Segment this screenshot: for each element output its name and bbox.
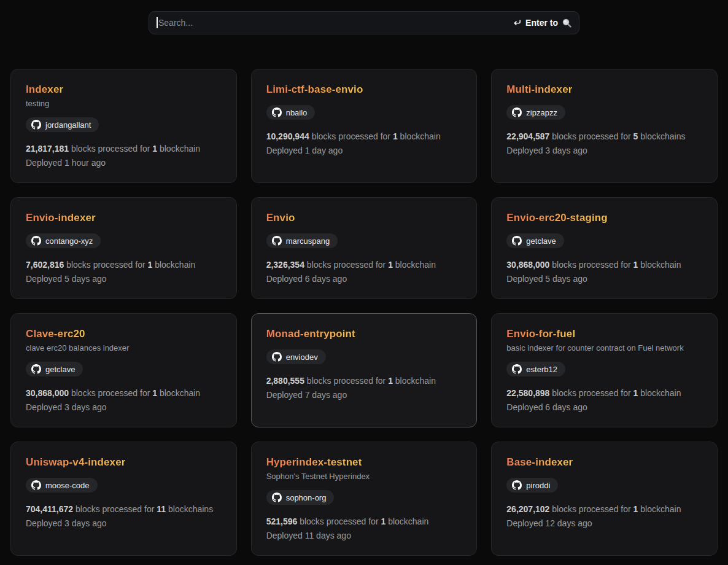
indexer-card[interactable]: Envio-erc20-staging getclave 30,868,000 …	[491, 197, 718, 299]
deployed-timestamp: Deployed 7 days ago	[266, 390, 462, 400]
chains-count: 1	[393, 131, 398, 141]
github-owner-badge[interactable]: esterb12	[506, 362, 565, 376]
github-owner-name: marcuspang	[286, 236, 330, 246]
blocks-stats: 2,326,354 blocks processed for 1 blockch…	[266, 260, 462, 270]
github-owner-name: jordangallant	[45, 120, 91, 130]
stats-text: blocks processed for	[71, 388, 150, 398]
chains-count: 1	[633, 260, 638, 270]
deployed-timestamp: Deployed 6 days ago	[506, 402, 702, 412]
stats-text: blocks processed for	[552, 504, 630, 514]
deployed-timestamp: Deployed 6 days ago	[266, 274, 462, 284]
github-owner-badge[interactable]: enviodev	[266, 349, 326, 364]
card-subtitle: testing	[26, 99, 222, 108]
github-owner-name: contango-xyz	[45, 236, 93, 246]
github-owner-name: getclave	[45, 365, 75, 374]
blocks-stats: 22,580,898 blocks processed for 1 blockc…	[506, 388, 702, 398]
search-input[interactable]	[149, 11, 579, 34]
blocks-stats: 30,868,000 blocks processed for 1 blockc…	[506, 260, 702, 270]
deployed-timestamp: Deployed 5 days ago	[506, 274, 702, 284]
card-title: Indexer	[26, 84, 63, 96]
blocks-count: 21,817,181	[26, 144, 69, 154]
blocks-count: 30,868,000	[506, 260, 549, 270]
cards-grid: Indexer testing jordangallant 21,817,181…	[10, 69, 718, 556]
deployed-timestamp: Deployed 12 days ago	[506, 518, 702, 528]
stats-suffix: blockchain	[160, 144, 200, 154]
indexer-card[interactable]: Base-indexer piroddi 26,207,102 blocks p…	[491, 442, 718, 556]
github-owner-badge[interactable]: piroddi	[506, 478, 558, 493]
stats-suffix: blockchain	[640, 388, 681, 398]
blocks-stats: 7,602,816 blocks processed for 1 blockch…	[26, 260, 222, 270]
chains-count: 1	[388, 376, 393, 386]
card-title: Multi-indexer	[506, 84, 572, 96]
github-icon	[272, 236, 282, 246]
card-subtitle: clave erc20 balances indexer	[26, 343, 222, 353]
github-icon	[512, 364, 522, 374]
stats-text: blocks processed for	[552, 260, 630, 270]
stats-suffix: blockchain	[400, 131, 441, 141]
github-owner-badge[interactable]: marcuspang	[266, 233, 338, 248]
blocks-stats: 521,596 blocks processed for 1 blockchai…	[266, 516, 462, 526]
blocks-count: 30,868,000	[26, 388, 69, 398]
github-icon	[272, 493, 282, 502]
indexer-card[interactable]: Limi-ctf-base-envio nbailo 10,290,944 bl…	[251, 69, 478, 183]
blocks-count: 26,207,102	[506, 504, 549, 514]
card-title: Envio-for-fuel	[506, 328, 575, 340]
card-subtitle: Sophon's Testnet Hyperindex	[266, 472, 462, 481]
github-owner-name: getclave	[526, 236, 556, 246]
card-title: Hyperindex-testnet	[266, 456, 362, 469]
stats-suffix: blockchains	[168, 504, 213, 514]
github-owner-name: esterb12	[526, 365, 557, 374]
github-owner-badge[interactable]: getclave	[26, 362, 83, 376]
indexer-card[interactable]: Multi-indexer zipzapzz 22,904,587 blocks…	[491, 69, 718, 183]
stats-suffix: blockchain	[388, 516, 428, 526]
indexer-card[interactable]: Clave-erc20 clave erc20 balances indexer…	[10, 313, 237, 427]
blocks-stats: 2,880,555 blocks processed for 1 blockch…	[266, 376, 462, 386]
github-owner-badge[interactable]: getclave	[506, 233, 563, 248]
blocks-count: 521,596	[266, 516, 298, 526]
chains-count: 1	[633, 388, 638, 398]
stats-suffix: blockchain	[395, 376, 436, 386]
blocks-stats: 22,904,587 blocks processed for 5 blockc…	[506, 131, 702, 141]
card-title: Envio	[266, 212, 295, 224]
stats-text: blocks processed for	[66, 260, 145, 270]
github-owner-name: nbailo	[286, 108, 308, 117]
indexer-card[interactable]: Indexer testing jordangallant 21,817,181…	[10, 69, 237, 183]
card-title: Base-indexer	[506, 456, 573, 469]
chains-count: 1	[147, 260, 152, 270]
indexer-card[interactable]: Envio marcuspang 2,326,354 blocks proces…	[251, 197, 478, 299]
github-icon	[31, 120, 41, 130]
stats-suffix: blockchain	[640, 504, 681, 514]
chains-count: 1	[152, 388, 157, 398]
indexer-card[interactable]: Envio-indexer contango-xyz 7,602,816 blo…	[10, 197, 237, 299]
github-owner-badge[interactable]: moose-code	[26, 478, 98, 493]
blocks-count: 704,411,672	[26, 504, 73, 514]
card-title: Clave-erc20	[26, 328, 85, 340]
github-owner-badge[interactable]: nbailo	[266, 105, 316, 120]
stats-text: blocks processed for	[71, 144, 150, 154]
blocks-count: 7,602,816	[26, 260, 64, 270]
blocks-stats: 30,868,000 blocks processed for 1 blockc…	[26, 388, 222, 398]
stats-suffix: blockchain	[160, 388, 200, 398]
text-caret	[157, 17, 158, 28]
chains-count: 1	[388, 260, 393, 270]
indexer-card[interactable]: Uniswap-v4-indexer moose-code 704,411,67…	[10, 442, 237, 556]
blocks-stats: 21,817,181 blocks processed for 1 blockc…	[26, 144, 222, 154]
indexer-card[interactable]: Envio-for-fuel basic indexer for counter…	[491, 313, 718, 427]
stats-text: blocks processed for	[307, 376, 385, 386]
deployed-timestamp: Deployed 1 day ago	[266, 146, 462, 155]
stats-text: blocks processed for	[552, 131, 630, 141]
github-owner-name: zipzapzz	[526, 108, 557, 117]
blocks-count: 10,290,944	[266, 131, 309, 141]
indexer-card[interactable]: Hyperindex-testnet Sophon's Testnet Hype…	[251, 442, 478, 556]
github-owner-badge[interactable]: jordangallant	[26, 117, 99, 132]
github-owner-badge[interactable]: zipzapzz	[506, 105, 565, 120]
blocks-count: 22,904,587	[506, 131, 549, 141]
github-owner-badge[interactable]: contango-xyz	[26, 233, 101, 248]
stats-suffix: blockchain	[640, 260, 681, 270]
blocks-stats: 26,207,102 blocks processed for 1 blockc…	[506, 504, 702, 514]
github-owner-badge[interactable]: sophon-org	[266, 490, 335, 505]
indexer-card[interactable]: Monad-entrypoint enviodev 2,880,555 bloc…	[251, 313, 478, 427]
blocks-count: 2,326,354	[266, 260, 304, 270]
chains-count: 1	[633, 504, 638, 514]
github-icon	[272, 107, 282, 117]
